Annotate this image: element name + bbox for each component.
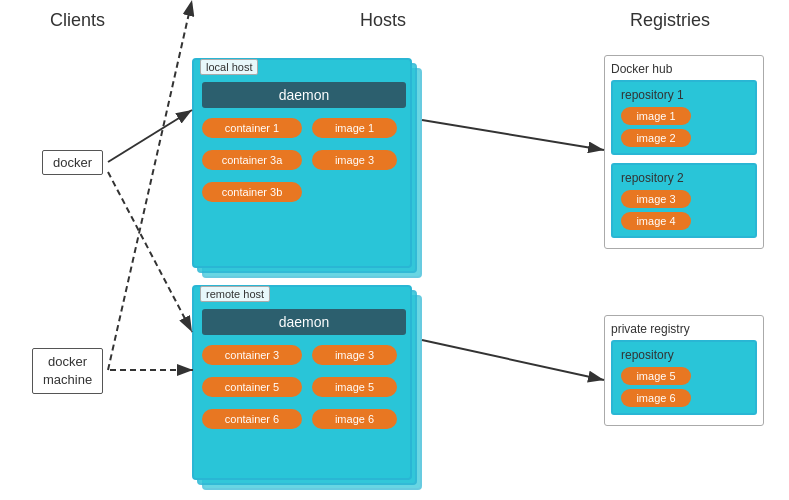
local-image-3: image 3 xyxy=(312,150,397,170)
repo-2-container: repository 2 image 3 image 4 xyxy=(611,163,757,238)
remote-image-6: image 6 xyxy=(312,409,397,429)
local-daemon-bar: daemon xyxy=(202,82,406,108)
repo-1-label: repository 1 xyxy=(621,88,747,102)
repo-2-image-4: image 4 xyxy=(621,212,691,230)
arrow-machine-to-remote xyxy=(108,0,192,370)
remote-container-6: container 6 xyxy=(202,409,302,429)
private-registry-label: private registry xyxy=(611,322,757,336)
repo-1-image-1: image 1 xyxy=(621,107,691,125)
private-repo-label: repository xyxy=(621,348,747,362)
private-image-6: image 6 xyxy=(621,389,691,407)
clients-header: Clients xyxy=(50,10,105,31)
remote-image-3: image 3 xyxy=(312,345,397,365)
repo-1-image-2: image 2 xyxy=(621,129,691,147)
local-container-1: container 1 xyxy=(202,118,302,138)
repo-1-container: repository 1 image 1 image 2 xyxy=(611,80,757,155)
docker-hub-registry: Docker hub repository 1 image 1 image 2 … xyxy=(604,55,764,249)
private-repo-container: repository image 5 image 6 xyxy=(611,340,757,415)
arrow-local-to-dockerhub xyxy=(422,120,604,150)
remote-daemon-bar: daemon xyxy=(202,309,406,335)
client-docker-label: docker xyxy=(53,155,92,170)
arrow-remote-to-private xyxy=(422,340,604,380)
local-image-1: image 1 xyxy=(312,118,397,138)
hosts-header: Hosts xyxy=(360,10,406,31)
repo-2-label: repository 2 xyxy=(621,171,747,185)
remote-image-5: image 5 xyxy=(312,377,397,397)
local-container-3a: container 3a xyxy=(202,150,302,170)
registries-header: Registries xyxy=(630,10,710,31)
remote-host-label: remote host xyxy=(200,286,270,302)
local-host-label: local host xyxy=(200,59,258,75)
arrow-docker-to-remote xyxy=(108,172,192,332)
docker-hub-label: Docker hub xyxy=(611,62,757,76)
client-docker-machine: dockermachine xyxy=(32,348,103,394)
private-registry: private registry repository image 5 imag… xyxy=(604,315,764,426)
local-daemon-label: daemon xyxy=(279,87,330,103)
client-docker: docker xyxy=(42,150,103,175)
repo-2-image-3: image 3 xyxy=(621,190,691,208)
arrow-docker-to-local xyxy=(108,110,192,162)
client-docker-machine-label: dockermachine xyxy=(43,354,92,387)
remote-container-3: container 3 xyxy=(202,345,302,365)
local-container-3b: container 3b xyxy=(202,182,302,202)
remote-daemon-label: daemon xyxy=(279,314,330,330)
diagram-container: Clients Hosts Registries docker dockerma… xyxy=(0,0,789,500)
remote-container-5: container 5 xyxy=(202,377,302,397)
private-image-5: image 5 xyxy=(621,367,691,385)
